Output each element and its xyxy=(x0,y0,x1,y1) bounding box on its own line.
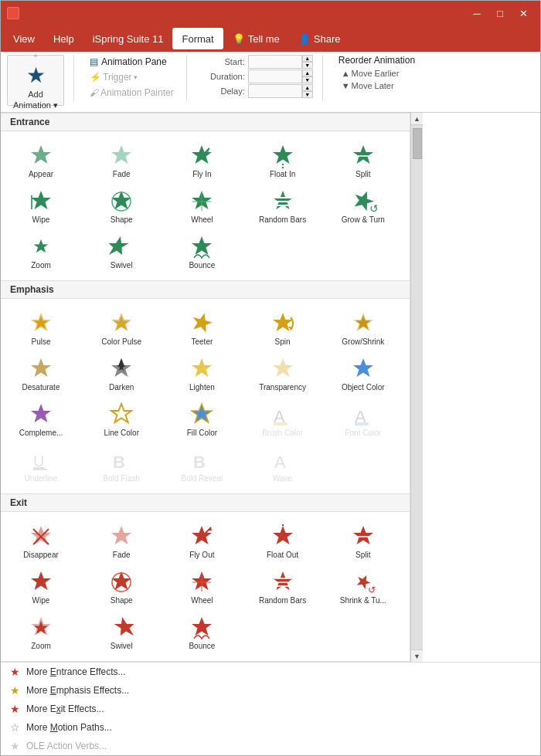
panel-scrollbar[interactable]: ▲ ▼ xyxy=(410,113,423,662)
start-up-btn[interactable]: ▲ xyxy=(302,55,313,62)
exit-fade[interactable]: Fade xyxy=(84,518,158,564)
more-emphasis-label: More Emphasis Effects... xyxy=(26,685,129,696)
exit-shrinkturn[interactable]: ↺ Shrink & Tu... xyxy=(326,564,400,609)
menu-ispring[interactable]: iSpring Suite 11 xyxy=(83,28,173,49)
svg-marker-62 xyxy=(353,526,373,544)
svg-marker-30 xyxy=(190,310,214,334)
emphasis-boldflash[interactable]: B Bold Flash xyxy=(84,442,158,487)
animation-pane-button[interactable]: ▤ Animation Pane xyxy=(87,55,170,69)
duration-input[interactable] xyxy=(248,69,302,83)
start-down-btn[interactable]: ▼ xyxy=(302,62,313,69)
growturn-label: Grow & Turn xyxy=(342,215,385,224)
emphasis-desaturate[interactable]: Desaturate xyxy=(4,351,78,396)
duration-down-btn[interactable]: ▼ xyxy=(302,76,313,83)
exit-zoom[interactable]: Zoom xyxy=(4,609,78,655)
close-button[interactable]: ✕ xyxy=(512,5,534,22)
move-earlier-button[interactable]: ▲ Move Earlier xyxy=(339,67,415,80)
emphasis-darken[interactable]: Darken xyxy=(84,351,158,396)
emphasis-pulse[interactable]: Pulse xyxy=(4,305,78,351)
menu-help[interactable]: Help xyxy=(44,28,83,49)
delay-spinner: ▲ ▼ xyxy=(302,84,313,98)
scroll-thumb[interactable] xyxy=(413,128,422,159)
entrance-randombars[interactable]: Random Bars xyxy=(246,183,320,229)
exit-wheel[interactable]: Wheel xyxy=(165,564,239,609)
exit-split[interactable]: Split xyxy=(326,518,400,564)
split-entrance-label: Split xyxy=(356,170,370,178)
exit-flyout[interactable]: Fly Out xyxy=(165,518,239,564)
svg-marker-9 xyxy=(31,191,51,209)
delay-down-btn[interactable]: ▼ xyxy=(302,91,313,98)
exit-floatout[interactable]: Float Out xyxy=(246,518,320,564)
emphasis-wave[interactable]: A Wave xyxy=(246,442,320,487)
entrance-bounce[interactable]: Bounce xyxy=(165,229,239,274)
svg-marker-79 xyxy=(192,617,212,636)
ole-action-item[interactable]: ★ OLE Action Verbs... xyxy=(1,737,540,755)
animation-painter-button[interactable]: 🖌 Animation Painter xyxy=(87,86,177,100)
trigger-button[interactable]: ⚡ Trigger ▾ xyxy=(87,70,141,84)
entrance-appear[interactable]: Appear xyxy=(4,137,78,183)
move-later-button[interactable]: ▼ Move Later xyxy=(339,80,415,92)
menu-tellme[interactable]: 💡 Tell me xyxy=(223,28,289,49)
entrance-zoom[interactable]: Zoom xyxy=(4,229,78,274)
svg-marker-1 xyxy=(111,145,131,164)
add-animation-button[interactable]: ＋ ★ AddAnimation ▾ xyxy=(7,55,64,106)
emphasis-boldreveal[interactable]: B Bold Reveal xyxy=(165,442,239,487)
boldflash-label: Bold Flash xyxy=(104,474,140,483)
entrance-wheel[interactable]: Wheel xyxy=(165,183,239,229)
emphasis-complementary[interactable]: Compleme... xyxy=(4,396,78,442)
exit-disappear[interactable]: Disappear xyxy=(4,518,78,564)
exit-section-header: Exit xyxy=(1,493,410,512)
minimize-button[interactable]: ─ xyxy=(466,5,488,22)
emphasis-transparency[interactable]: Transparency xyxy=(246,351,320,396)
delay-input[interactable] xyxy=(248,84,302,98)
exit-shape[interactable]: Shape xyxy=(84,564,158,609)
ribbon-row-2: ⚡ Trigger ▾ xyxy=(87,70,177,84)
complementary-label: Compleme... xyxy=(19,429,63,437)
entrance-swivel[interactable]: Swivel xyxy=(84,229,158,274)
exit-wipe[interactable]: Wipe xyxy=(4,564,78,609)
painter-label: Animation Painter xyxy=(100,87,174,98)
emphasis-growshrink[interactable]: Grow/Shrink xyxy=(326,305,400,351)
entrance-shape[interactable]: Shape xyxy=(84,183,158,229)
maximize-button[interactable]: □ xyxy=(489,5,511,22)
duration-up-btn[interactable]: ▲ xyxy=(302,69,313,76)
emphasis-linecolor[interactable]: Line Color xyxy=(84,396,158,442)
more-motion-item[interactable]: ☆ More Motion Paths... xyxy=(1,718,540,737)
more-entrance-item[interactable]: ★ More Entrance Effects... xyxy=(1,663,540,681)
scroll-up-button[interactable]: ▲ xyxy=(411,113,423,125)
emphasis-fillcolor[interactable]: Fill Color xyxy=(165,396,239,442)
emphasis-colorpulse[interactable]: Color Pulse xyxy=(84,305,158,351)
emphasis-brushcolor[interactable]: A Brush Color xyxy=(246,396,320,442)
exit-swivel[interactable]: Swivel xyxy=(84,609,158,655)
svg-marker-42 xyxy=(111,404,131,422)
menu-view[interactable]: View xyxy=(4,28,44,49)
scroll-down-button[interactable]: ▼ xyxy=(411,649,423,662)
menu-share[interactable]: 👤 Share xyxy=(289,28,350,49)
emphasis-underline[interactable]: U Underline xyxy=(4,442,78,487)
ribbon: ＋ ★ AddAnimation ▾ ▤ Animation Pane ⚡ Tr… xyxy=(1,52,540,113)
emphasis-objectcolor[interactable]: Object Color xyxy=(326,351,400,396)
entrance-flyin[interactable]: Fly In xyxy=(165,137,239,183)
more-emphasis-item[interactable]: ★ More Emphasis Effects... xyxy=(1,681,540,700)
more-exit-item[interactable]: ★ More Exit Effects... xyxy=(1,700,540,718)
exit-randombars[interactable]: Random Bars xyxy=(246,564,320,609)
darken-label: Darken xyxy=(109,383,134,392)
delay-up-btn[interactable]: ▲ xyxy=(302,84,313,91)
emphasis-teeter[interactable]: Teeter xyxy=(165,305,239,351)
desaturate-label: Desaturate xyxy=(22,383,60,392)
emphasis-spin[interactable]: Spin xyxy=(246,305,320,351)
entrance-wipe[interactable]: Wipe xyxy=(4,183,78,229)
entrance-split[interactable]: Split xyxy=(326,137,400,183)
entrance-floatin[interactable]: Float In xyxy=(246,137,320,183)
emphasis-lighten[interactable]: Lighten xyxy=(165,351,239,396)
emphasis-fontcolor[interactable]: A Font Color xyxy=(326,396,400,442)
animation-panel[interactable]: Entrance Appear Fade xyxy=(1,113,410,662)
entrance-grownturn[interactable]: ↺ Grow & Turn xyxy=(326,183,400,229)
svg-marker-34 xyxy=(353,313,373,331)
menu-format[interactable]: Format xyxy=(172,28,223,49)
exit-bounce[interactable]: Bounce xyxy=(165,609,239,655)
emphasis-section-header: Emphasis xyxy=(1,280,410,299)
start-input[interactable] xyxy=(248,55,302,69)
ole-star-icon: ★ xyxy=(10,740,20,752)
entrance-fade[interactable]: Fade xyxy=(84,137,158,183)
